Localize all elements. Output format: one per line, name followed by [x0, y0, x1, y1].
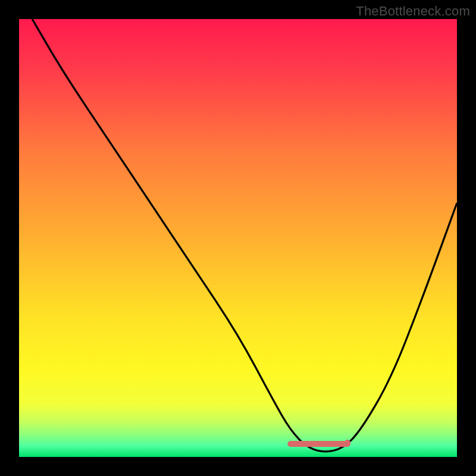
- optimal-range-end-dot: [345, 440, 350, 446]
- plot-area: [19, 19, 457, 457]
- chart-frame: TheBottleneck.com: [0, 0, 476, 476]
- bottleneck-curve: [32, 19, 457, 452]
- curve-layer: [19, 19, 457, 457]
- watermark-label: TheBottleneck.com: [356, 4, 470, 19]
